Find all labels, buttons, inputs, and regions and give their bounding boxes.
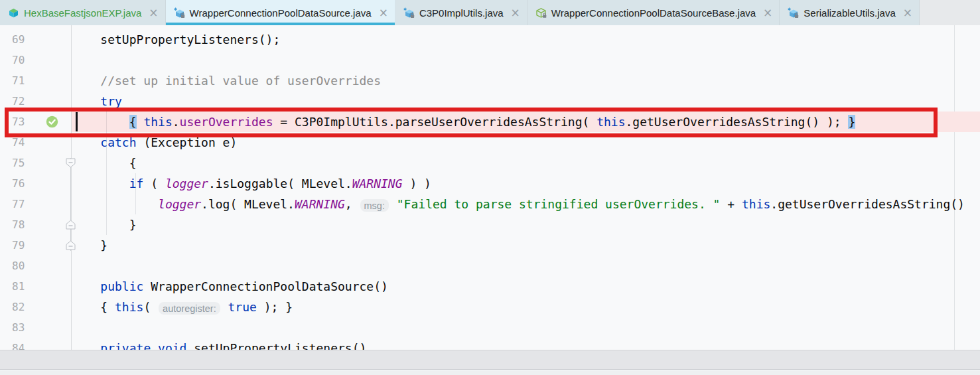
code-token xyxy=(72,197,158,211)
line-text[interactable]: { this( autoregister: true ); } xyxy=(72,297,980,317)
editor-tab-4[interactable]: SerializableUtils.java × xyxy=(780,0,920,25)
editor-tab-3[interactable]: WrapperConnectionPoolDataSourceBase.java… xyxy=(527,0,780,25)
line-number: 73 xyxy=(12,112,35,132)
line-number: 79 xyxy=(12,235,35,256)
code-token: this xyxy=(742,197,770,211)
gutter-slot xyxy=(38,235,65,256)
tab-label: HexBaseFastjsonEXP.java xyxy=(24,7,141,19)
code-token: .log( MLevel. xyxy=(201,197,295,211)
code-token: void xyxy=(158,341,186,350)
code-token: ( xyxy=(143,177,165,190)
code-token: WrapperConnectionPoolDataSource() xyxy=(143,279,387,293)
parameter-hint: autoregister: xyxy=(159,302,220,315)
gutter-slot xyxy=(38,70,65,91)
gutter-slot xyxy=(38,194,65,214)
code-token xyxy=(389,197,397,211)
code-line: 80 xyxy=(0,256,980,276)
code-token: { xyxy=(72,300,115,314)
code-line: 75 { xyxy=(0,153,980,173)
gutter-slot xyxy=(38,132,65,153)
code-token xyxy=(72,94,100,108)
code-line: 79 } xyxy=(0,235,980,256)
check-circle-icon[interactable] xyxy=(38,112,65,132)
gutter-slot xyxy=(38,297,65,317)
code-token xyxy=(72,177,129,190)
line-text[interactable]: if ( logger.isLoggable( MLevel.WARNING )… xyxy=(72,173,980,194)
tab-label: WrapperConnectionPoolDataSourceBase.java xyxy=(551,7,756,19)
gutter-slot xyxy=(38,214,65,235)
line-number: 82 xyxy=(12,297,35,317)
line-number: 75 xyxy=(12,153,35,173)
code-line: 71 //set up initial value of userOverrid… xyxy=(0,70,980,91)
code-token: , xyxy=(345,197,360,211)
code-token: public xyxy=(100,279,143,293)
line-number: 70 xyxy=(12,50,35,70)
line-number: 78 xyxy=(12,214,35,235)
code-line: 78 } xyxy=(0,214,980,235)
line-number: 84 xyxy=(12,338,35,350)
line-number: 74 xyxy=(12,132,35,153)
close-icon[interactable]: × xyxy=(903,7,912,19)
line-text[interactable] xyxy=(72,317,980,338)
line-text[interactable]: public WrapperConnectionPoolDataSource() xyxy=(72,276,980,297)
close-icon[interactable]: × xyxy=(511,7,520,19)
fold-region-start-icon[interactable] xyxy=(66,158,76,168)
code-line: 84 private void setUpPropertyListeners() xyxy=(0,338,980,350)
gutter-slot xyxy=(38,50,65,70)
close-icon[interactable]: × xyxy=(149,7,158,19)
line-text[interactable]: //set up initial value of userOverrides xyxy=(72,70,980,91)
line-text[interactable] xyxy=(72,256,980,276)
line-number: 76 xyxy=(12,173,35,194)
code-line: 77 logger.log( MLevel.WARNING, msg: "Fai… xyxy=(0,194,980,214)
code-token: WARNING xyxy=(352,177,403,190)
java-class-teal-icon xyxy=(8,7,19,19)
code-editor[interactable]: 69 setUpPropertyListeners(); 70 71 //set… xyxy=(0,25,980,350)
code-token: } xyxy=(848,115,855,129)
java-library-class-icon xyxy=(535,7,547,19)
line-text[interactable]: { xyxy=(72,153,980,173)
fold-region-end-icon[interactable] xyxy=(66,220,76,230)
indent-guide xyxy=(135,173,136,214)
line-text[interactable]: logger.log( MLevel.WARNING, msg: "Failed… xyxy=(72,194,980,214)
java-class-modified-locked-icon xyxy=(788,7,799,19)
code-token: . xyxy=(173,115,180,129)
editor-tab-0[interactable]: HexBaseFastjsonEXP.java × xyxy=(0,0,166,25)
gutter-slot xyxy=(38,317,65,338)
code-token: try xyxy=(100,94,122,108)
editor-tab-active[interactable]: WrapperConnectionPoolDataSource.java × xyxy=(166,0,395,25)
gutter-slot xyxy=(38,256,65,276)
bottom-panel xyxy=(0,350,980,370)
close-icon[interactable]: × xyxy=(763,7,772,19)
line-text[interactable]: { this.userOverrides = C3P0ImplUtils.par… xyxy=(72,112,980,132)
line-text[interactable]: } xyxy=(72,235,980,256)
code-token xyxy=(72,341,100,350)
indent-guide xyxy=(106,112,107,235)
gutter-slot xyxy=(38,173,65,194)
line-text[interactable]: setUpPropertyListeners(); xyxy=(72,29,980,50)
line-text[interactable]: } xyxy=(72,214,980,235)
code-token: = C3P0ImplUtils.parseUserOverridesAsStri… xyxy=(273,115,596,129)
fold-region-end-icon[interactable] xyxy=(66,240,76,250)
code-token: (Exception e) xyxy=(137,135,238,149)
editor-tab-2[interactable]: C3P0ImplUtils.java × xyxy=(395,0,527,25)
code-token: ) ) xyxy=(403,177,431,190)
ide-window: HexBaseFastjsonEXP.java × WrapperConnect… xyxy=(0,0,980,375)
code-token: } xyxy=(72,238,107,252)
line-number: 77 xyxy=(12,194,35,214)
line-text[interactable] xyxy=(72,50,980,70)
code-token: .getUserOverridesAsString() ); xyxy=(626,115,849,129)
gutter-slot xyxy=(38,29,65,50)
tab-bar-filler xyxy=(920,0,980,25)
code-token: "Failed to parse stringified userOverrid… xyxy=(397,197,721,211)
line-text[interactable]: private void setUpPropertyListeners() xyxy=(72,338,980,350)
code-token xyxy=(137,115,144,129)
line-text[interactable]: try xyxy=(72,91,980,112)
code-token xyxy=(151,341,158,350)
line-text[interactable]: catch (Exception e) xyxy=(72,132,980,153)
code-token: + xyxy=(720,197,742,211)
code-token xyxy=(72,279,100,293)
code-token: .getUserOverridesAsString() xyxy=(770,197,965,211)
parameter-hint: msg: xyxy=(360,199,389,212)
tab-label: WrapperConnectionPoolDataSource.java xyxy=(190,7,372,19)
close-icon[interactable]: × xyxy=(379,7,388,19)
